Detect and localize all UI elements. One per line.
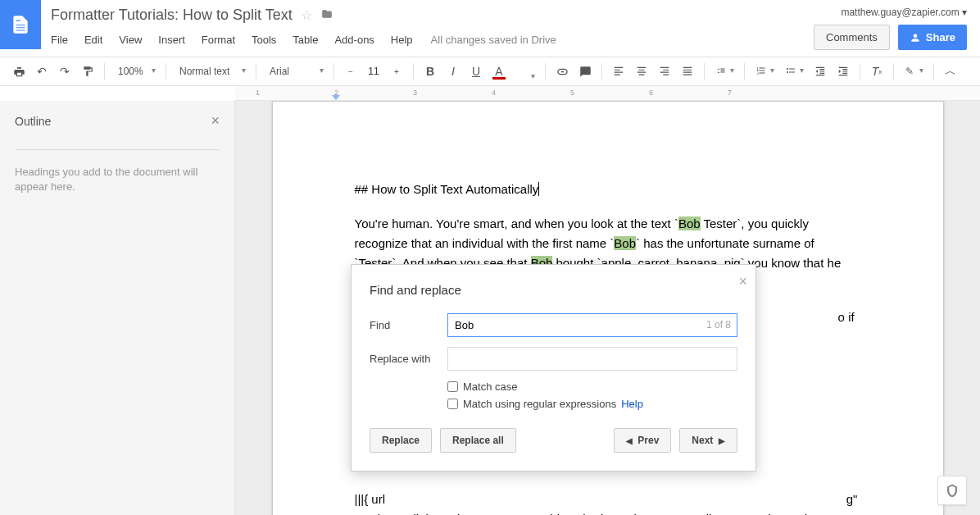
close-icon[interactable]: × [211,112,220,130]
find-label: Find [370,319,447,331]
highlight-color-icon[interactable] [511,67,539,75]
match-case-label: Match case [463,381,517,393]
match-case-checkbox[interactable] [447,381,458,392]
indent-increase-icon[interactable] [833,61,854,82]
user-email[interactable]: matthew.guay@zapier.com ▾ [841,7,967,18]
font-size-up-icon[interactable]: + [386,61,407,82]
align-center-icon[interactable] [631,61,652,82]
style-select[interactable]: Normal text [172,62,250,81]
bold-icon[interactable]: B [420,61,441,82]
close-icon[interactable]: × [738,273,747,290]
hide-menus-icon[interactable]: ︿ [940,61,961,82]
outline-title: Outline [15,115,51,128]
doc-heading: ## How to Split Text Automatically [355,182,539,196]
menu-edit[interactable]: Edit [76,30,111,49]
font-size-down-icon[interactable]: − [340,61,361,82]
redo-icon[interactable]: ↷ [54,61,75,82]
explore-button[interactable] [937,476,967,505]
dialog-title: Find and replace [370,283,737,297]
align-left-icon[interactable] [608,61,629,82]
zoom-select[interactable]: 100% [111,62,160,81]
star-icon[interactable]: ☆ [301,7,312,23]
menu-help[interactable]: Help [383,30,421,49]
find-highlight: Bob [614,236,636,250]
align-right-icon[interactable] [654,61,675,82]
prev-button[interactable]: ◀ Prev [614,428,672,453]
menu-view[interactable]: View [111,30,150,49]
outline-hint: Headings you add to the document will ap… [15,149,220,194]
doc-title[interactable]: Formatter Tutorials: How to Split Text [51,7,293,24]
indent-decrease-icon[interactable] [810,61,831,82]
toolbar: ↶ ↷ 100% Normal text Arial − 11 + B I U … [0,57,980,86]
find-count: 1 of 8 [706,319,731,330]
undo-icon[interactable]: ↶ [31,61,52,82]
share-button[interactable]: Share [898,25,967,50]
menu-table[interactable]: Table [284,30,326,49]
replace-input[interactable] [447,347,737,371]
menu-tools[interactable]: Tools [243,30,284,49]
clear-formatting-icon[interactable]: Tx [866,61,887,82]
line-spacing-icon[interactable] [710,62,738,82]
font-select[interactable]: Arial [262,62,328,81]
numbered-list-icon[interactable] [751,62,778,82]
menu-insert[interactable]: Insert [150,30,193,49]
menu-format[interactable]: Format [193,30,243,49]
italic-icon[interactable]: I [442,61,464,82]
link-icon[interactable] [551,61,573,82]
next-button[interactable]: Next ▶ [679,428,737,453]
text-color-icon[interactable]: A [488,61,510,82]
replace-button[interactable]: Replace [370,428,432,453]
underline-icon[interactable]: U [465,61,487,82]
menu-addons[interactable]: Add-ons [326,30,382,49]
find-input[interactable] [447,313,737,337]
comment-icon[interactable] [574,61,596,82]
docs-logo[interactable] [0,0,41,49]
ruler[interactable]: 1 2 3 4 5 6 7 [235,86,980,101]
paint-format-icon[interactable] [77,61,98,82]
editing-mode-icon[interactable]: ✎ [900,62,928,81]
regex-label: Match using regular expressions [463,398,616,410]
outline-sidebar: Outline × Headings you add to the docume… [0,101,235,515]
align-justify-icon[interactable] [677,61,698,82]
find-replace-dialog: × Find and replace Find 1 of 8 Replace w… [351,264,756,472]
menu-bar: File Edit View Insert Format Tools Table… [49,24,801,49]
replace-label: Replace with [370,353,447,365]
regex-checkbox[interactable] [447,399,458,409]
folder-icon[interactable] [320,8,333,23]
help-link[interactable]: Help [621,398,643,410]
bullet-list-icon[interactable] [780,62,808,82]
print-icon[interactable] [8,61,29,82]
find-highlight: Bob [678,216,701,230]
font-size-value[interactable]: 11 [361,63,386,80]
doc-paragraph: |||{ url g" caption="" link="" classes="… [355,490,861,515]
comments-button[interactable]: Comments [814,25,890,50]
replace-all-button[interactable]: Replace all [440,428,516,453]
menu-file[interactable]: File [49,30,76,49]
save-status: All changes saved in Drive [431,34,556,46]
